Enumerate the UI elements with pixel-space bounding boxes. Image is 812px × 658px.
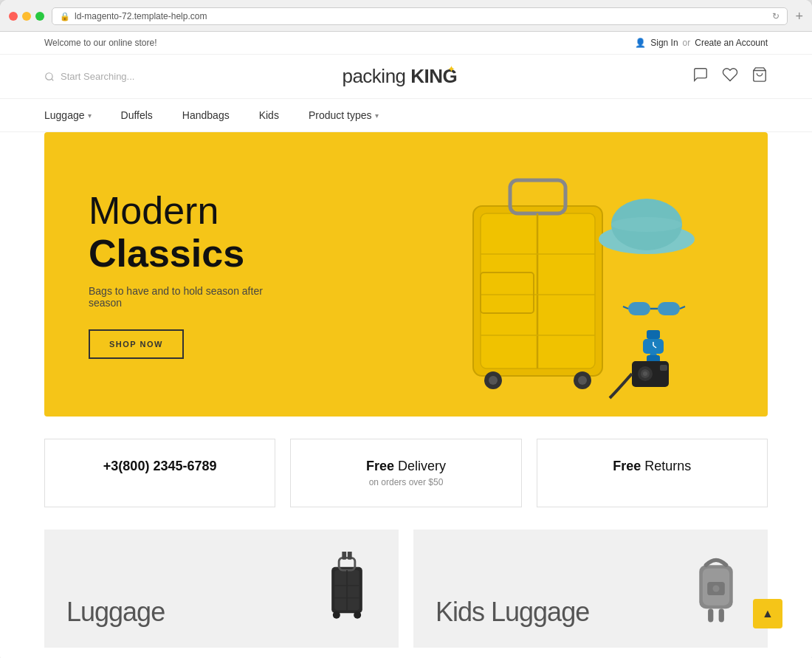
browser-window: 🔒 ld-magento-72.template-help.com ↻ + We… [0,0,812,658]
delivery-line: Free Delivery [366,459,446,474]
svg-rect-19 [658,302,680,315]
hero-description: Bags to have and to hold season after se… [89,285,295,309]
crown-icon: ✦ [447,64,455,75]
svg-rect-23 [643,339,664,354]
hero-banner: Modern Classics Bags to have and to hold… [44,132,768,417]
wishlist-icon[interactable] [722,66,738,86]
svg-rect-26 [647,330,660,339]
logo-packing: packing [342,65,405,87]
svg-line-21 [623,306,628,309]
svg-rect-44 [348,552,352,560]
close-dot[interactable] [9,12,18,21]
address-bar[interactable]: 🔒 ld-magento-72.template-help.com ↻ [52,7,788,25]
returns-line: Free Returns [613,459,691,474]
maximize-dot[interactable] [35,12,44,21]
reload-icon[interactable]: ↻ [772,11,780,21]
welcome-message: Welcome to our online store! [44,38,157,48]
cart-icon[interactable] [751,66,768,86]
svg-point-33 [643,371,647,376]
store-content: Welcome to our online store! 👤 Sign In o… [0,32,812,658]
svg-rect-34 [660,365,667,371]
navigation: Luggage ▾ Duffels Handbags Kids Product … [0,98,812,132]
kids-luggage-image [687,552,746,626]
browser-dots [9,12,44,21]
top-bar-right: 👤 Sign In or Create an Account [635,38,768,48]
hero-title: Modern Classics [89,190,295,274]
delivery-sub: on orders over $50 [369,477,444,487]
nav-product-types[interactable]: Product types ▾ [309,99,379,131]
svg-rect-50 [708,609,713,622]
returns-text: Returns [644,459,691,474]
header-icons [650,66,768,86]
svg-rect-43 [342,552,346,560]
info-box-phone[interactable]: +3(800) 2345-6789 [44,439,275,507]
svg-point-0 [46,72,52,79]
svg-line-22 [680,306,685,309]
create-account-link[interactable]: Create an Account [695,38,768,48]
svg-point-11 [489,376,498,385]
hero-content: Modern Classics Bags to have and to hold… [44,153,340,395]
site-logo[interactable]: packing KING ✦ [162,65,650,88]
info-box-returns: Free Returns [537,439,768,507]
new-tab-button[interactable]: + [795,9,803,24]
shop-now-button[interactable]: SHOP NOW [89,329,184,359]
free-delivery-bold: Free [366,459,394,474]
nav-luggage[interactable]: Luggage ▾ [44,99,92,131]
minimize-dot[interactable] [22,12,31,21]
svg-point-42 [354,611,361,619]
svg-point-13 [578,376,587,385]
nav-handbags[interactable]: Handbags [182,99,230,131]
product-types-chevron-icon: ▾ [375,112,379,120]
nav-luggage-label: Luggage [44,109,85,121]
nav-handbags-label: Handbags [182,109,230,121]
separator: or [683,38,691,48]
hero-visual [334,132,768,417]
delivery-text: Delivery [398,459,446,474]
cart-svg [751,66,768,83]
category-kids-luggage[interactable]: Kids Luggage [413,530,768,648]
svg-point-49 [712,585,719,592]
svg-point-41 [333,611,340,619]
scroll-top-icon: ▲ [762,607,774,620]
nav-product-types-label: Product types [309,109,372,121]
svg-point-17 [611,217,682,232]
hero-title-light: Modern [89,189,219,232]
sign-in-link[interactable]: Sign In [650,38,678,48]
chat-icon[interactable] [692,66,709,86]
search-placeholder: Start Searching... [61,71,134,82]
search-icon [44,72,55,82]
top-bar: Welcome to our online store! 👤 Sign In o… [0,32,812,55]
nav-kids[interactable]: Kids [259,99,279,131]
search-area[interactable]: Start Searching... [44,71,162,82]
scroll-to-top-button[interactable]: ▲ [753,599,782,628]
category-section: Luggage Kids Luggag [0,530,812,658]
svg-line-1 [52,78,54,80]
heart-svg [722,66,738,83]
kids-luggage-category-title: Kids Luggage [436,599,589,626]
browser-chrome: 🔒 ld-magento-72.template-help.com ↻ + [0,0,812,32]
user-icon: 👤 [635,38,646,48]
chevron-down-icon: ▾ [88,112,92,120]
url-text: ld-magento-72.template-help.com [75,11,207,21]
nav-duffels-label: Duffels [121,109,153,121]
free-returns-bold: Free [613,459,641,474]
svg-rect-18 [628,302,650,315]
luggage-category-title: Luggage [66,599,165,626]
nav-duffels[interactable]: Duffels [121,99,153,131]
phone-number: +3(800) 2345-6789 [103,459,217,474]
hero-title-bold: Classics [89,232,244,275]
category-luggage[interactable]: Luggage [44,530,399,648]
luggage-scene-svg [366,132,735,417]
nav-kids-label: Kids [259,109,279,121]
info-boxes: +3(800) 2345-6789 Free Delivery on order… [0,417,812,530]
chat-svg [692,66,709,83]
luggage-category-image [317,552,376,626]
lock-icon: 🔒 [60,12,70,21]
info-box-delivery: Free Delivery on orders over $50 [290,439,521,507]
header: Start Searching... packing KING ✦ [0,55,812,98]
svg-rect-51 [719,609,724,622]
